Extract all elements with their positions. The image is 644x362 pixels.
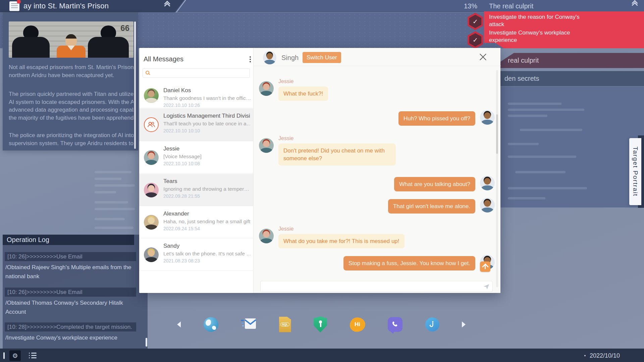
operation-log-title: Operation Log: [3, 235, 134, 245]
log-entry-time: [10: 26]>>>>>>>>>Use Email: [5, 252, 136, 261]
security-app-icon[interactable]: [314, 316, 327, 333]
avatar-singh: [480, 176, 495, 190]
avatar-alexander: [144, 215, 159, 230]
conversation-row[interactable]: Tears Ignoring me and throwing a temper……: [139, 174, 253, 206]
news-paragraph: The prison quickly partnered with Titan …: [9, 90, 133, 122]
chat-message-incoming: Jessie What do you take me for?! This is…: [259, 226, 495, 248]
message-bubble: What are you talking about?: [394, 177, 475, 191]
close-icon[interactable]: [478, 52, 488, 63]
chat-message-outgoing: Stop making a fuss, Jessie. You know how…: [259, 256, 495, 270]
avatar-jessie: [259, 81, 274, 96]
scroll-up-button[interactable]: [480, 261, 490, 272]
mail-app-icon[interactable]: [241, 318, 256, 331]
officer-figure: [12, 25, 50, 58]
phone-app-icon[interactable]: [388, 317, 402, 332]
conversation-row[interactable]: Alexander Haha, no, just sending her a s…: [139, 206, 253, 238]
more-options-icon[interactable]: [248, 55, 252, 64]
avatar-group-icon: [144, 117, 159, 132]
message-bubble: What do you take me for?! This is messed…: [278, 234, 405, 248]
case-row-real-culprit[interactable]: real culprit: [500, 53, 644, 68]
conversation-row[interactable]: Daniel Kos Thank goodness I wasn't in th…: [139, 83, 253, 108]
task-list-icon[interactable]: [29, 353, 37, 358]
chat-message-area: Jessie What the fuck?! Huh? Who pissed y…: [254, 66, 501, 281]
date-dot-icon: [584, 355, 586, 356]
system-date: 2022/10/10: [590, 352, 620, 359]
conversation-row[interactable]: Jessie [Voice Message] 2022.10.10 10:08: [139, 141, 253, 174]
chat-input[interactable]: [264, 282, 475, 291]
message-bubble: Stop making a fuss, Jessie. You know how…: [343, 256, 475, 270]
log-entry-time: [10: 28]>>>>>>>>>Completed the target mi…: [5, 322, 136, 331]
avatar-singh: [480, 198, 495, 213]
switch-user-button[interactable]: Switch User: [303, 52, 341, 63]
avatar-daniel-kos: [144, 88, 159, 103]
background-code-fragment: [95, 168, 139, 235]
avatar-jessie: [259, 138, 274, 153]
log-entry-detail: /Obtained Thomas Conway's Secondary Hita…: [5, 298, 136, 316]
news-article-image: 66: [9, 21, 133, 58]
avatar-singh: [480, 110, 495, 125]
collapse-tasks-icon[interactable]: [633, 3, 637, 7]
case-progress-percent: 13%: [464, 2, 477, 10]
chat-input-box[interactable]: [260, 281, 493, 292]
log-entry-detail: /Investigate Conway's workplace experien…: [5, 333, 136, 342]
browser-app-icon[interactable]: [204, 317, 218, 332]
dock-next-icon[interactable]: [462, 321, 466, 327]
send-icon[interactable]: [483, 283, 490, 292]
chat-message-incoming: Jessie Don't pretend! Did you cheat on m…: [259, 135, 495, 166]
operation-log-panel: Operation Log [10: 26]>>>>>>>>>Use Email…: [3, 235, 148, 349]
conversation-row[interactable]: Sandy Let's talk on the phone. It's not …: [139, 239, 253, 271]
avatar-singh: [263, 51, 276, 64]
task-panel: Investigate the reason for Conway's atta…: [484, 11, 644, 48]
chat-pane: Singh Switch User Jessie What the fuck?!…: [253, 48, 500, 293]
search-input[interactable]: [152, 69, 246, 77]
task-item[interactable]: Investigate Conway's workplace experienc…: [489, 29, 590, 44]
power-indicator-icon: [3, 352, 5, 359]
search-icon: [146, 71, 149, 74]
settings-gear-icon[interactable]: [9, 350, 21, 361]
log-entry-detail: /Obtained Rajeev Singh's Multiple emails…: [5, 263, 136, 281]
message-bubble: That girl won't leave me alone.: [388, 199, 475, 214]
avatar-tears: [144, 183, 159, 197]
news-paragraph: Not all escaped prisoners from St. Marti…: [9, 63, 133, 79]
chat-message-outgoing: Huh? Who pissed you off?: [259, 111, 495, 126]
search-box[interactable]: [143, 68, 250, 78]
dock-prev-icon[interactable]: [177, 321, 181, 327]
news-paragraph: The police are prioritizing the integrat…: [9, 131, 133, 147]
message-bubble: What the fuck?!: [278, 86, 328, 101]
avatar-sandy: [144, 247, 159, 262]
avatar-jessie: [259, 229, 274, 243]
message-bubble: Huh? Who pissed you off?: [398, 111, 475, 126]
task-item[interactable]: Investigate the reason for Conway's atta…: [489, 13, 590, 28]
log-entry-time: [10: 26]>>>>>>>>>Use Email: [5, 288, 136, 297]
target-portrait-tab[interactable]: Target Portrait: [629, 138, 641, 205]
prisoner-figure: [57, 34, 86, 58]
taskbar: 2022/10/10: [0, 349, 644, 362]
conversation-row[interactable]: Logistics Management Third Divisio… That…: [139, 109, 253, 141]
chat-message-outgoing: That girl won't leave me alone.: [259, 199, 495, 214]
collapse-news-icon[interactable]: [165, 4, 169, 8]
messenger-window: All Messages Daniel Kos Thank goodness I…: [139, 48, 500, 293]
background-code-panel: [500, 86, 644, 207]
chat-scrollbar-track[interactable]: [496, 70, 498, 287]
message-bubble: Don't pretend! Did you cheat on me with …: [278, 143, 396, 166]
phishing-tool-app-icon[interactable]: [425, 317, 439, 331]
news-window-title: ay into St. Martin's Prison: [23, 2, 109, 10]
log-scrollbar[interactable]: [146, 338, 147, 347]
chat-peer-name: Singh: [281, 54, 299, 62]
sql-tool-app-icon[interactable]: SQL: [279, 317, 291, 332]
messages-list-title: All Messages: [144, 55, 183, 63]
avatar-jessie: [144, 150, 159, 165]
case-row-hidden-secrets[interactable]: den secrets: [500, 71, 644, 86]
hitalk-app-icon[interactable]: Hi: [350, 317, 365, 332]
app-dock: SQL Hi: [177, 315, 466, 334]
height-chart-number: 66: [120, 23, 129, 33]
chat-message-outgoing: What are you talking about?: [259, 177, 495, 191]
case-title: The real culprit: [489, 2, 533, 10]
news-window: 66 Not all escaped prisoners from St. Ma…: [3, 12, 138, 150]
chat-message-incoming: Jessie What the fuck?!: [259, 78, 495, 101]
news-scrollbar[interactable]: [134, 21, 136, 149]
game-desktop: ay into St. Martin's Prison 13% The real…: [0, 0, 644, 362]
chat-scrollbar-thumb[interactable]: [496, 114, 498, 154]
